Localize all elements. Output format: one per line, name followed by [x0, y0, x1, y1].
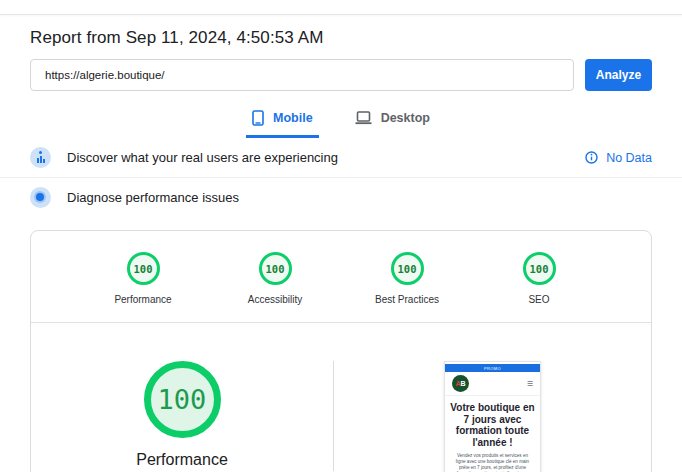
thumb-announcement-bar: PROMO: [445, 364, 540, 372]
final-screenshot-thumbnail[interactable]: PROMO AB ☰ Votre boutique en 7 jours ave…: [444, 361, 541, 472]
tab-desktop-label: Desktop: [381, 111, 430, 125]
performance-gauge-section: 100 Performance PROMO AB ☰ Votre boutiqu…: [31, 323, 651, 472]
analyze-button[interactable]: Analyze: [585, 59, 652, 91]
score-seo[interactable]: 100 SEO: [496, 252, 582, 305]
score-circle: 100: [259, 252, 292, 285]
lab-data-title: Diagnose performance issues: [67, 190, 239, 205]
lighthouse-icon: [30, 187, 51, 208]
score-circle: 100: [523, 252, 556, 285]
lighthouse-report-card: 100 Performance 100 Accessibility 100 Be…: [30, 230, 652, 472]
field-data-section-header: Discover what your real users are experi…: [0, 138, 682, 177]
tab-mobile[interactable]: Mobile: [246, 106, 319, 138]
device-tabs: Mobile Desktop: [30, 106, 652, 138]
no-data-status: No Data: [585, 151, 652, 165]
no-data-label: No Data: [606, 151, 652, 165]
performance-gauge: 100: [144, 361, 221, 438]
info-icon[interactable]: [585, 151, 598, 164]
field-data-title: Discover what your real users are experi…: [67, 150, 338, 165]
thumb-site-header: AB ☰: [445, 372, 540, 396]
thumb-heading: Votre boutique en 7 jours avec formation…: [450, 402, 535, 448]
score-performance[interactable]: 100 Performance: [100, 252, 186, 305]
mobile-phone-icon: [252, 110, 264, 126]
score-circle: 100: [127, 252, 160, 285]
url-input[interactable]: [30, 59, 574, 91]
score-best-practices[interactable]: 100 Best Practices: [364, 252, 450, 305]
page-title: Report from Sep 11, 2024, 4:50:53 AM: [30, 28, 652, 48]
page-header-strip: [0, 0, 682, 15]
score-accessibility[interactable]: 100 Accessibility: [232, 252, 318, 305]
desktop-laptop-icon: [355, 111, 372, 125]
lab-data-section-header: Diagnose performance issues: [0, 178, 682, 217]
search-bar: Analyze: [30, 59, 652, 91]
category-scores-row: 100 Performance 100 Accessibility 100 Be…: [31, 231, 651, 322]
hamburger-menu-icon: ☰: [527, 380, 533, 388]
thumb-body-text: Vendez vos produits et services en ligne…: [452, 453, 533, 472]
site-logo: AB: [452, 375, 469, 392]
performance-gauge-label: Performance: [136, 451, 228, 469]
real-users-chart-icon: [30, 147, 51, 168]
tab-desktop[interactable]: Desktop: [349, 106, 436, 138]
score-circle: 100: [391, 252, 424, 285]
tab-mobile-label: Mobile: [273, 111, 313, 125]
